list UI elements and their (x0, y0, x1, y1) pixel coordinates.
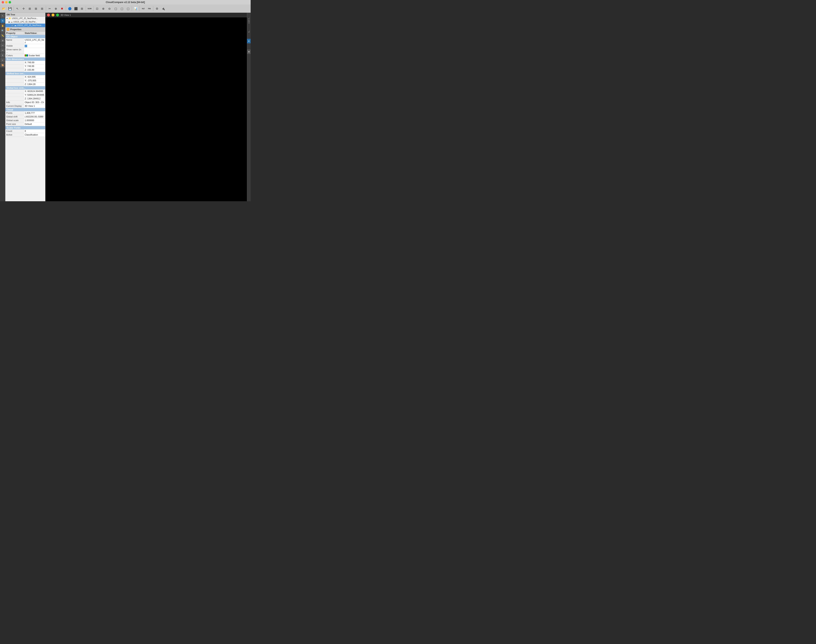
zoom-minus-button[interactable]: ⊖ (107, 6, 112, 11)
prop-value-pointsize: Default (24, 123, 45, 126)
rotate3d-icon[interactable]: ↻ (0, 18, 5, 23)
settings-button[interactable]: ⚙ (154, 6, 160, 11)
window-controls (2, 1, 11, 3)
pointer-icon[interactable]: ↖ (0, 14, 5, 18)
canvas-area[interactable]: 400 (45, 17, 247, 201)
prop-row-box-z: Z: 155.89 (5, 68, 45, 72)
prop-value-visible[interactable]: ✓ (24, 44, 45, 48)
kd-button[interactable]: Kd (140, 6, 146, 11)
delete-button[interactable]: ✖ (59, 6, 65, 11)
prop-row-points: Points 1,408,777 (5, 111, 45, 115)
maximize-window-button[interactable] (9, 1, 11, 3)
draw-icon[interactable]: ✏ (0, 48, 5, 52)
prop-row-box-y: Y: 749.99 (5, 64, 45, 68)
prop-value-colors: Scalar field (24, 54, 45, 57)
prop-value-box-x: X: 749.99 (24, 61, 45, 64)
zoom-icon[interactable]: 🔍 (0, 28, 5, 33)
cut-button[interactable]: ✂ (47, 6, 52, 11)
tree-item-child1[interactable]: ▶ ☁ USGS_LPC_ID_NezPer... (5, 20, 45, 24)
fm-button[interactable]: FM (146, 6, 152, 11)
layers-icon[interactable]: ≡ (0, 58, 5, 63)
side-view-button[interactable]: ▢ (119, 6, 125, 11)
prop-row-sc-x: X: 424.995 (5, 75, 45, 79)
prop-row-gc-x: X: 602624.994995 (5, 89, 45, 93)
segment-icon[interactable]: ✂ (0, 43, 5, 48)
pick-icon[interactable]: ⊕ (0, 38, 5, 43)
zoom-plus-button[interactable]: ⊕ (100, 6, 106, 11)
tree-label-child2: USGS_LPC_ID_NezPerce... (17, 24, 43, 26)
prop-label-showname: Show name (in ... (5, 48, 24, 54)
prop-label-info: Info (5, 101, 24, 104)
expand-icon-1: ▶ (9, 21, 10, 23)
expand-icon: ▼ (6, 17, 8, 20)
visible-checkbox[interactable]: ✓ (25, 45, 27, 47)
prop-section-cloud: Cloud (5, 108, 45, 111)
view-close-button[interactable] (47, 14, 50, 17)
zoom-fit-button[interactable]: ⊡ (94, 6, 100, 11)
prop-label-visible: Visible (5, 44, 24, 48)
prop-value-display: 3D View 1 (24, 104, 45, 108)
prop-label-pointsize: Point size (5, 123, 24, 126)
prop-row-visible: Visible ✓ (5, 44, 45, 48)
view-min-button[interactable] (52, 14, 54, 17)
info-icon[interactable]: ℹ (0, 53, 5, 57)
rotate-button[interactable]: ⊞ (27, 6, 33, 11)
prop-row-globalshift: Global shift (-602200.00;-5089 (5, 115, 45, 119)
plane-button[interactable]: ⬛ (73, 6, 79, 11)
prop-section-box: Box dimensions (5, 57, 45, 61)
tree-checkbox-child2[interactable]: ✓ (11, 24, 14, 27)
prop-value-box-y: Y: 749.99 (24, 64, 45, 68)
prop-label-box-z (5, 68, 24, 72)
scale-button[interactable]: ⊞ (39, 6, 45, 11)
prop-label-display: Current Display (5, 104, 24, 108)
prop-value-gc-x: X: 602624.994995 (24, 89, 45, 93)
histogram-button[interactable]: 📊 (133, 6, 138, 11)
add-point-button[interactable]: ✛ (21, 6, 26, 11)
prop-col-value: State/Value (24, 31, 38, 35)
prop-value-showname (24, 48, 45, 54)
csf-label: CSF F... (248, 17, 250, 24)
right-icon-2[interactable]: ■ (247, 49, 251, 54)
prop-row-sfcount: Count 8 (5, 129, 45, 133)
prop-label-colors: Colors (5, 54, 24, 57)
tree-label-root: USGS_LPC_ID_NezPerce... (12, 17, 38, 20)
right-icon-1[interactable]: ● (247, 39, 251, 43)
save-button[interactable]: 💾 (7, 6, 13, 11)
plugin-button[interactable]: 🔌 (160, 6, 166, 11)
measure-icon[interactable]: 📏 (0, 33, 5, 38)
right-label-2: N... (248, 30, 250, 33)
prop-value-globalshift: (-602200.00;-5089 (24, 115, 45, 118)
close-window-button[interactable] (2, 1, 4, 3)
app: CloudCompare v2.12 beta [64-bit] 📂 💾 ↖ ✛… (0, 0, 250, 201)
move-button[interactable]: ⊞ (33, 6, 39, 11)
front-view-button[interactable]: ▢ (113, 6, 118, 11)
select-button[interactable]: ↖ (15, 6, 20, 11)
tree-item-child2[interactable]: ✓ ☁ USGS_LPC_ID_NezPerce... (5, 24, 45, 27)
color-icon[interactable]: 🎨 (0, 63, 5, 67)
prop-label-gc-z (5, 97, 24, 100)
merge-button[interactable]: ⊕ (53, 6, 59, 11)
prop-row-globalscale: Global scale 1.000000 (5, 119, 45, 123)
view-max-button[interactable] (56, 14, 59, 17)
prop-label-gc-y (5, 93, 24, 97)
pan-icon[interactable]: ✋ (0, 23, 5, 28)
prop-section-shifted: Shifted box cen... (5, 72, 45, 75)
prop-value-sfcount: 8 (24, 129, 45, 133)
minimize-window-button[interactable] (5, 1, 8, 3)
prop-row-display: Current Display 3D View 1 (5, 104, 45, 108)
prop-col-property: Property (5, 31, 24, 35)
sor-button[interactable]: SOR (87, 6, 92, 11)
prop-row-showname: Show name (in ... (5, 48, 45, 54)
prop-row-colors: Colors Scalar field (5, 54, 45, 57)
open-button[interactable]: 📂 (1, 6, 6, 11)
prop-row-sfactive: Active Classification (5, 133, 45, 137)
tree-item-root[interactable]: ▼ 📁 USGS_LPC_ID_NezPerce... (5, 17, 45, 20)
top-view-button[interactable]: ▢ (125, 6, 131, 11)
grid-button[interactable]: ⊞ (79, 6, 85, 11)
right-sidebar: CSF F... N... ● ■ (247, 13, 250, 201)
properties-collapse-icon[interactable]: 🔽 (6, 28, 9, 31)
prop-label-sc-x (5, 75, 24, 79)
sample-button[interactable]: 🔵 (67, 6, 72, 11)
db-tree: DB Tree ▼ 📁 USGS_LPC_ID_NezPerce... ▶ ☁ … (5, 13, 45, 27)
left-icon-bar: ↖ ↻ ✋ 🔍 📏 ⊕ ✂ ✏ ℹ ≡ 🎨 (0, 13, 5, 201)
